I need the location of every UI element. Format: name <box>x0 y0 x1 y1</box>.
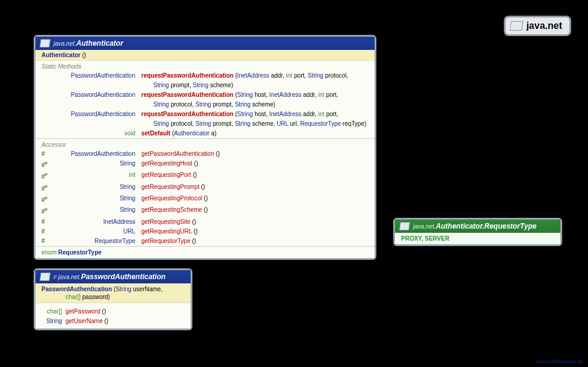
method-modifier: # <box>41 237 51 245</box>
enum-row: enum RequestorType <box>35 247 375 258</box>
method-modifier: # <box>41 150 51 158</box>
method-row-cont: String protocol, String prompt, String s… <box>35 100 375 109</box>
accessor-row: #F String getRequestingProtocol () <box>35 194 375 205</box>
return-type: char[] <box>39 307 66 316</box>
method-sig: getPasswordAuthentication () <box>141 150 220 158</box>
constructor-name: Authenticator <box>41 52 81 58</box>
watermark: www.falkhausen.de <box>536 359 583 365</box>
method-sig: getRequestorType () <box>141 237 196 245</box>
section-accessor: Accessor <box>35 139 375 149</box>
accessor-row: # RequestorType getRequestorType () <box>35 236 375 246</box>
return-type: InetAddress <box>51 218 141 226</box>
book-icon <box>40 39 51 48</box>
method-sig: requestPasswordAuthentication (String ho… <box>141 91 338 99</box>
method-modifier <box>41 129 51 138</box>
method-modifier <box>41 91 51 99</box>
accessor-row: # PasswordAuthentication getPasswordAuth… <box>35 149 375 159</box>
constructor-params: (String userName, <box>114 286 162 292</box>
class-password-authentication: F java.net.PasswordAuthentication Passwo… <box>34 268 192 330</box>
return-type: void <box>51 129 141 138</box>
method-sig: getPassword () <box>66 307 106 316</box>
constructor-params-line2: char[] password) <box>41 294 110 300</box>
class-package-name: java.net. <box>58 274 81 280</box>
return-type: String <box>51 159 141 170</box>
method-sig: getRequestingSite () <box>141 218 196 226</box>
method-sig: getUserName () <box>66 317 108 325</box>
method-sig: getRequestingURL () <box>141 227 198 236</box>
constructor-row: PasswordAuthentication (String userName,… <box>35 283 191 303</box>
return-type: int <box>51 171 141 181</box>
return-type: String <box>51 194 141 205</box>
method-sig: getRequestingPort () <box>141 171 197 181</box>
method-row: char[] getPassword () <box>35 307 191 316</box>
method-sig: getRequestingProtocol () <box>141 194 208 205</box>
enum-values: PROXY, SERVER <box>395 233 560 244</box>
method-row: void setDefault (Authenticator a) <box>35 129 375 138</box>
class-name: Authenticator.RequestorType <box>436 222 537 230</box>
method-modifier: #F <box>41 159 51 170</box>
method-modifier <box>41 110 51 119</box>
return-type: PasswordAuthentication <box>51 150 141 158</box>
class-name: Authenticator <box>76 39 123 48</box>
method-sig: requestPasswordAuthentication (InetAddre… <box>141 72 348 80</box>
method-params-cont: String protocol, String prompt, String s… <box>141 120 366 128</box>
section-static: Static Methods <box>35 61 375 71</box>
return-type: PasswordAuthentication <box>51 91 141 99</box>
package-name: java.net <box>526 20 562 31</box>
method-row: PasswordAuthentication requestPasswordAu… <box>35 90 375 100</box>
enum-keyword: enum <box>41 249 57 256</box>
book-icon <box>399 222 410 230</box>
enum-name-text: RequestorType <box>58 249 102 256</box>
return-type: RequestorType <box>51 237 141 245</box>
method-params-cont: String prompt, String scheme) <box>141 81 233 90</box>
method-row-cont: String protocol, String prompt, String s… <box>35 119 375 129</box>
return-type: String <box>51 183 141 193</box>
method-modifier: # <box>41 218 51 226</box>
method-modifier: #F <box>41 183 51 193</box>
class-name: PasswordAuthentication <box>81 273 166 281</box>
method-row: PasswordAuthentication requestPasswordAu… <box>35 71 375 81</box>
class-package: java.net. <box>54 40 76 47</box>
return-type: String <box>39 317 66 325</box>
method-sig: requestPasswordAuthentication (String ho… <box>141 110 338 119</box>
method-modifier: #F <box>41 206 51 216</box>
method-modifier <box>41 72 51 80</box>
accessor-row: #F String getRequestingPrompt () <box>35 182 375 194</box>
accessor-row: #F String getRequestingScheme () <box>35 205 375 217</box>
method-modifier: #F <box>41 194 51 205</box>
return-type: PasswordAuthentication <box>51 110 141 119</box>
class-header: F java.net.PasswordAuthentication <box>35 270 191 283</box>
book-icon <box>510 21 523 31</box>
class-header: java.net.Authenticator <box>35 37 375 50</box>
book-icon <box>40 273 51 281</box>
class-requestor-type: java.net.Authenticator.RequestorType PRO… <box>393 218 562 246</box>
method-row-cont: String prompt, String scheme) <box>35 81 375 90</box>
method-modifier: #F <box>41 171 51 181</box>
accessor-row: #F String getRequestingHost () <box>35 159 375 170</box>
class-body: Authenticator () Static Methods Password… <box>35 50 375 258</box>
constructor-params: () <box>82 52 87 58</box>
class-authenticator: java.net.Authenticator Authenticator () … <box>34 35 376 260</box>
package-badge: java.net <box>505 17 570 35</box>
class-header: java.net.Authenticator.RequestorType <box>395 220 560 233</box>
class-package: java.net. <box>413 223 436 230</box>
method-params-cont: String protocol, String prompt, String s… <box>141 100 275 109</box>
method-modifier: # <box>41 227 51 236</box>
class-body: PasswordAuthentication (String userName,… <box>35 283 191 328</box>
constructor-row: Authenticator () <box>35 50 375 61</box>
return-type: String <box>51 206 141 216</box>
class-package: F <box>54 274 58 280</box>
accessor-row: # InetAddress getRequestingSite () <box>35 217 375 227</box>
method-sig: getRequestingScheme () <box>141 206 208 216</box>
method-row: String getUserName () <box>35 316 191 326</box>
return-type: URL <box>51 227 141 236</box>
method-sig: getRequestingHost () <box>141 159 198 170</box>
method-sig: getRequestingPrompt () <box>141 183 205 193</box>
accessor-row: # URL getRequestingURL () <box>35 227 375 236</box>
accessor-row: #F int getRequestingPort () <box>35 170 375 182</box>
constructor-name: PasswordAuthentication <box>41 286 112 292</box>
method-sig: setDefault (Authenticator a) <box>141 129 216 138</box>
return-type: PasswordAuthentication <box>51 72 141 80</box>
method-row: PasswordAuthentication requestPasswordAu… <box>35 109 375 119</box>
